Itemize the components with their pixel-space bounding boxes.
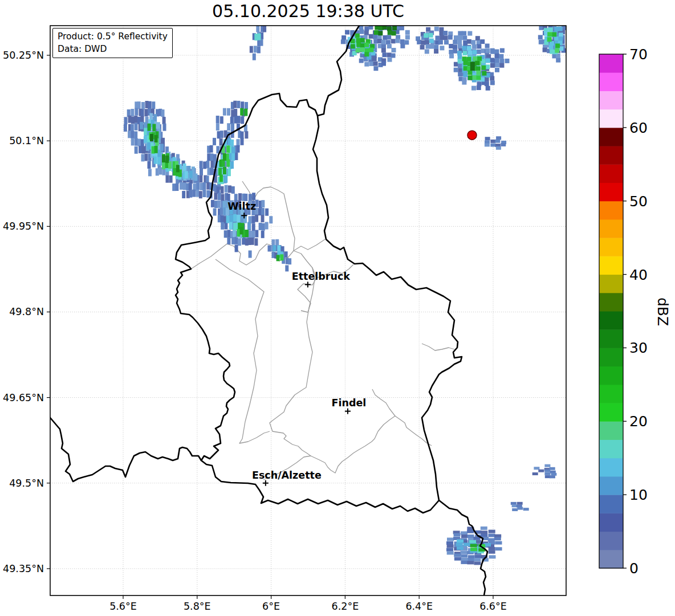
radar-cell bbox=[257, 46, 261, 53]
radar-cell bbox=[139, 146, 142, 153]
radar-cell bbox=[210, 153, 213, 161]
colorbar bbox=[599, 54, 627, 569]
radar-cell bbox=[395, 39, 400, 43]
colorbar-tick-label: 70 bbox=[629, 46, 648, 63]
colorbar-tick-label: 0 bbox=[629, 560, 639, 577]
radar-cell bbox=[131, 116, 135, 124]
radar-cell bbox=[489, 555, 496, 558]
radar-cell bbox=[477, 85, 481, 90]
radar-cell bbox=[462, 31, 466, 36]
radar-cell bbox=[223, 167, 226, 174]
radar-cell bbox=[152, 101, 155, 109]
radar-cell bbox=[175, 183, 178, 191]
radar-cell bbox=[227, 237, 230, 244]
national-border-line bbox=[313, 26, 487, 595]
colorbar-band bbox=[599, 293, 623, 312]
x-tick-label: 6.4°E bbox=[405, 601, 433, 612]
radar-cell bbox=[341, 39, 345, 44]
radar-cell bbox=[223, 153, 226, 161]
radar-cell bbox=[237, 116, 241, 123]
radar-cell bbox=[157, 157, 161, 164]
radar-cell bbox=[517, 507, 523, 510]
radar-cell bbox=[555, 48, 559, 53]
radar-cell bbox=[224, 222, 227, 230]
radar-cell bbox=[255, 230, 258, 238]
y-tick-label: 49.5°N bbox=[9, 478, 44, 489]
radar-cell bbox=[276, 255, 280, 261]
radar-cell bbox=[145, 101, 149, 108]
radar-cell bbox=[284, 251, 288, 258]
radar-cell bbox=[233, 214, 237, 222]
radar-cell bbox=[275, 239, 279, 246]
radar-cell bbox=[169, 176, 173, 183]
colorbar-band bbox=[599, 128, 623, 146]
colorbar-band bbox=[599, 201, 623, 220]
radar-cell bbox=[381, 48, 386, 52]
radar-cell bbox=[447, 545, 454, 548]
radar-cell bbox=[141, 109, 144, 117]
radar-cell bbox=[364, 52, 369, 56]
radar-cell bbox=[189, 171, 193, 178]
x-tick-label: 6.6°E bbox=[479, 601, 507, 612]
radar-cell bbox=[364, 43, 369, 47]
radar-cell bbox=[499, 63, 504, 68]
radar-cell bbox=[453, 49, 457, 54]
city-label: Ettelbruck bbox=[292, 271, 351, 282]
radar-cell bbox=[213, 138, 216, 145]
radar-cell bbox=[471, 40, 475, 44]
radar-cell bbox=[469, 540, 476, 544]
radar-cell bbox=[137, 101, 141, 109]
city-marker-ettelbruck bbox=[305, 282, 311, 287]
radar-cell bbox=[244, 194, 247, 201]
radar-cell bbox=[477, 71, 481, 75]
radar-cell bbox=[183, 182, 186, 190]
radar-cell bbox=[124, 124, 127, 132]
radar-cell bbox=[227, 123, 230, 130]
radar-cell bbox=[199, 175, 202, 182]
radar-cell bbox=[429, 33, 433, 38]
colorbar-band bbox=[599, 366, 623, 385]
colorbar-band bbox=[599, 164, 623, 183]
colorbar-band bbox=[599, 385, 623, 403]
radar-cell bbox=[240, 108, 243, 116]
radar-cell bbox=[461, 531, 467, 535]
radar-cell bbox=[156, 168, 159, 176]
radar-cell bbox=[192, 190, 196, 197]
radar-cell bbox=[400, 44, 405, 48]
radar-cell bbox=[482, 71, 486, 76]
radar-cell bbox=[369, 48, 373, 52]
radar-cell bbox=[202, 182, 206, 190]
radar-cell bbox=[495, 68, 499, 72]
radar-cell bbox=[254, 46, 257, 52]
radar-cell bbox=[220, 207, 223, 215]
radar-cell bbox=[472, 44, 477, 49]
radar-cell bbox=[551, 473, 556, 476]
radar-cell bbox=[474, 561, 481, 565]
radar-cell bbox=[471, 86, 476, 91]
city-marker-findel bbox=[345, 409, 351, 414]
radar-cell bbox=[140, 122, 143, 129]
radar-cell bbox=[226, 215, 230, 223]
radar-cell bbox=[489, 547, 495, 550]
radar-cell bbox=[430, 44, 434, 49]
radar-cell bbox=[532, 472, 538, 475]
radar-cell bbox=[488, 534, 495, 537]
radar-cell bbox=[280, 254, 283, 260]
radar-cell bbox=[220, 116, 223, 124]
radar-cell bbox=[458, 35, 463, 40]
radar-cell bbox=[485, 137, 490, 140]
radar-cell bbox=[135, 146, 138, 154]
radar-cell bbox=[556, 58, 560, 63]
radar-cell bbox=[364, 26, 369, 31]
internal-border-line bbox=[372, 389, 395, 416]
colorbar-band bbox=[599, 403, 623, 422]
radar-cell bbox=[277, 245, 280, 251]
radar-cell bbox=[252, 223, 255, 231]
radar-cell bbox=[404, 40, 409, 44]
radar-cell bbox=[456, 543, 463, 546]
radar-cell bbox=[499, 54, 503, 59]
internal-border-line bbox=[422, 344, 454, 350]
radar-cell bbox=[490, 50, 495, 54]
radar-cell bbox=[489, 530, 495, 533]
radar-cell bbox=[213, 209, 217, 216]
